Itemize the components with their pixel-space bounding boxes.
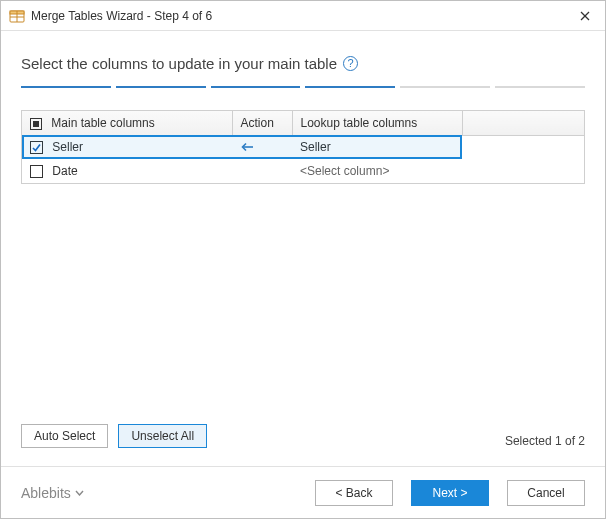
row-lookup-label[interactable]: Seller bbox=[292, 135, 462, 159]
back-button[interactable]: < Back bbox=[315, 480, 393, 506]
header-action[interactable]: Action bbox=[232, 111, 292, 135]
steps-progress bbox=[21, 86, 585, 88]
close-button[interactable] bbox=[565, 1, 605, 31]
instruction-row: Select the columns to update in your mai… bbox=[21, 55, 585, 72]
cancel-button[interactable]: Cancel bbox=[507, 480, 585, 506]
app-icon bbox=[9, 8, 25, 24]
table-header-row: Main table columns Action Lookup table c… bbox=[22, 111, 584, 135]
unselect-all-button[interactable]: Unselect All bbox=[118, 424, 207, 448]
header-main-columns[interactable]: Main table columns bbox=[22, 111, 232, 135]
table-row[interactable]: Seller Seller bbox=[22, 135, 584, 159]
brand-label: Ablebits bbox=[21, 485, 71, 501]
row-main-label: Date bbox=[52, 164, 77, 178]
table-row[interactable]: Date <Select column> bbox=[22, 159, 584, 183]
row-main-label: Seller bbox=[52, 140, 83, 154]
columns-table: Main table columns Action Lookup table c… bbox=[21, 110, 585, 184]
check-icon bbox=[31, 142, 42, 153]
help-icon[interactable]: ? bbox=[343, 56, 358, 71]
footer: Ablebits < Back Next > Cancel bbox=[1, 466, 605, 518]
chevron-down-icon bbox=[75, 490, 84, 496]
close-icon bbox=[580, 11, 590, 21]
next-button[interactable]: Next > bbox=[411, 480, 489, 506]
header-lookup-columns[interactable]: Lookup table columns bbox=[292, 111, 462, 135]
row-checkbox[interactable] bbox=[30, 165, 43, 178]
row-checkbox[interactable] bbox=[30, 141, 43, 154]
arrow-left-icon bbox=[240, 142, 254, 152]
window-title: Merge Tables Wizard - Step 4 of 6 bbox=[31, 9, 565, 23]
row-lookup-label[interactable]: <Select column> bbox=[292, 159, 462, 183]
instruction-text: Select the columns to update in your mai… bbox=[21, 55, 337, 72]
titlebar: Merge Tables Wizard - Step 4 of 6 bbox=[1, 1, 605, 31]
header-spacer bbox=[462, 111, 584, 135]
auto-select-button[interactable]: Auto Select bbox=[21, 424, 108, 448]
selection-status: Selected 1 of 2 bbox=[505, 434, 585, 448]
tristate-check-icon[interactable] bbox=[30, 118, 42, 130]
brand-menu[interactable]: Ablebits bbox=[21, 485, 84, 501]
